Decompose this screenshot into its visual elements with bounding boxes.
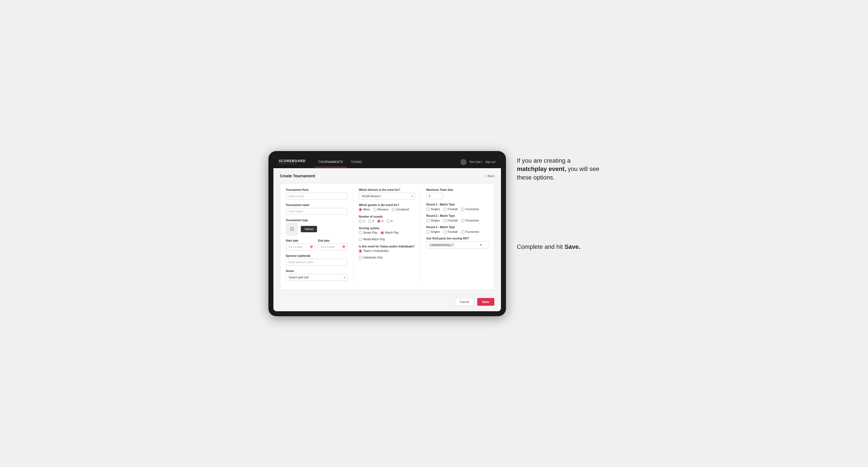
gender-mens-radio[interactable] [359,208,362,211]
tournament-host-section: Tournament Host [286,188,348,200]
gender-womens-radio[interactable] [373,208,377,211]
cancel-button[interactable]: Cancel [455,298,474,306]
scoring-match-radio[interactable] [380,231,384,235]
individuals-only[interactable]: Individuals Only [359,256,383,259]
round-1-radio[interactable] [359,220,362,223]
round1-singles-radio[interactable] [426,208,430,211]
tournament-name-input[interactable] [286,208,348,215]
round3-foursomes[interactable]: Foursomes [461,230,479,234]
round2-fourball-radio[interactable] [443,219,446,222]
gender-radio-group: Mens Womens Combined [359,208,415,211]
start-date-wrapper: 📅 [286,244,315,250]
gender-womens[interactable]: Womens [373,208,389,211]
round3-fourball[interactable]: Fourball [443,230,458,234]
form-col-1: Tournament Host Tournament name Tourname… [286,188,353,285]
round2-foursomes-radio[interactable] [461,219,464,222]
round2-foursomes-label: Foursomes [465,219,479,222]
round1-fourball[interactable]: Fourball [443,208,458,211]
round-3-label: 3 [382,220,383,223]
round-4-radio[interactable] [386,220,390,223]
start-date-label: Start date [286,239,315,242]
individuals-only-radio[interactable] [359,256,362,259]
gender-mens[interactable]: Mens [359,208,370,211]
api-tag-close[interactable]: × [451,244,453,246]
page-header: Create Tournament ← Back [280,174,494,178]
round2-singles-radio[interactable] [426,219,430,222]
gender-label: Which gender is the event for? [359,204,415,207]
api-tag: Leaderboard King × [429,243,455,247]
round2-fourball[interactable]: Fourball [443,219,458,222]
scoring-match-label: Match Play [385,231,399,234]
api-select-box[interactable]: Leaderboard King × ▾ [426,241,489,249]
round-3-radio[interactable] [377,220,380,223]
round3-singles[interactable]: Singles [426,230,440,234]
gender-combined[interactable]: Combined [392,208,409,211]
round-4-label: 4 [391,220,393,223]
teams-plus-individuals[interactable]: Teams (+Individuals) [359,249,389,253]
round1-fourball-radio[interactable] [443,208,446,211]
max-team-size-input[interactable] [426,193,443,199]
form-col-3: Maximum Team Size Round 1 - Match Type S… [421,188,489,285]
round3-singles-label: Singles [431,230,440,234]
round3-foursomes-radio[interactable] [461,230,464,234]
brand: SCOREBOARD Powered by clippit [279,159,306,165]
sign-out-link[interactable]: Sign out [485,160,495,163]
division-label: Which division is the event for? [359,188,415,191]
gender-womens-label: Womens [378,208,389,211]
tournament-logo-section: Tournament logo 🖼 Upload [286,219,348,235]
max-team-size-label: Maximum Team Size [426,188,489,191]
round-4[interactable]: 4 [386,220,393,223]
round2-match-title: Round 2 - Match Type [426,214,489,217]
scoring-radio-group: Stroke Play Match Play Medal Match Play [359,231,415,241]
round1-foursomes[interactable]: Foursomes [461,208,479,211]
scoring-medal[interactable]: Medal Match Play [359,238,385,241]
api-dropdown-icon: ▾ [480,243,482,246]
rounds-section: Number of rounds 1 2 [359,215,415,223]
tournament-host-input[interactable] [286,193,348,200]
scoring-label: Scoring system [359,227,415,230]
scoring-match[interactable]: Match Play [380,231,399,235]
annotation-top-text: If you are creating a matchplay event, y… [517,157,600,182]
scoring-stroke[interactable]: Stroke Play [359,231,377,235]
division-select[interactable]: NCAA Division I [359,193,415,200]
round3-fourball-radio[interactable] [443,230,446,234]
date-row: Start date 📅 End date [286,239,348,250]
nav-teams[interactable]: TEAMS [347,157,366,167]
round-3[interactable]: 3 [377,220,383,223]
nav-tournaments[interactable]: TOURNAMENTS [314,157,347,167]
venue-select[interactable]: Search golf club [286,274,348,281]
round1-radio-group: Singles Fourball Foursomes [426,208,489,211]
round2-fourball-label: Fourball [448,219,458,222]
round-1[interactable]: 1 [359,220,365,223]
round-2[interactable]: 2 [368,220,374,223]
brand-title: SCOREBOARD [279,159,306,163]
sponsor-input[interactable] [286,259,348,266]
round3-match-section: Round 3 - Match Type Singles Fourball [426,226,489,234]
back-link[interactable]: ← Back [484,174,494,178]
scoring-stroke-radio[interactable] [359,231,362,235]
round1-singles[interactable]: Singles [426,208,440,211]
navbar: SCOREBOARD Powered by clippit TOURNAMENT… [273,156,501,168]
upload-button[interactable]: Upload [301,226,317,232]
round-2-radio[interactable] [368,220,371,223]
round1-foursomes-radio[interactable] [461,208,464,211]
end-date-wrapper: 📅 [318,244,347,250]
round3-singles-radio[interactable] [426,230,430,234]
round2-singles-label: Singles [431,219,440,222]
tournament-name-section: Tournament name [286,204,348,215]
round2-foursomes[interactable]: Foursomes [461,219,479,222]
gender-combined-label: Combined [396,208,409,211]
user-label: Test User | [469,160,483,163]
tournament-name-label: Tournament name [286,204,348,207]
content-area: Create Tournament ← Back Tournament Host… [273,168,501,311]
tablet-device: SCOREBOARD Powered by clippit TOURNAMENT… [269,151,506,316]
venue-select-wrapper: Search golf club [286,274,348,281]
rounds-label: Number of rounds [359,215,415,218]
sponsor-section: Sponsor (optional) [286,254,348,266]
round2-singles[interactable]: Singles [426,219,440,222]
scoring-medal-radio[interactable] [359,238,362,241]
save-button[interactable]: Save [477,298,494,306]
gender-combined-radio[interactable] [392,208,395,211]
teams-plus-radio[interactable] [359,249,362,253]
round3-radio-group: Singles Fourball Foursomes [426,230,489,234]
